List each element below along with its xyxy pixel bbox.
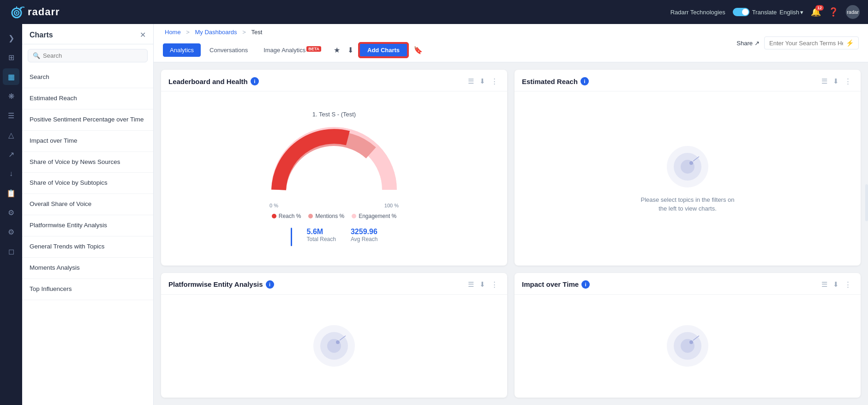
sidebar-alert[interactable]: △ (3, 127, 19, 143)
platformwise-body (161, 295, 507, 398)
platformwise-title: Platformwise Entity Analysis i (168, 280, 274, 289)
leaderboard-card: Leaderboard and Health i ☰ ⬇ ⋮ 1. Test S… (161, 70, 507, 266)
share-button[interactable]: Share ↗ (736, 40, 760, 47)
platformwise-more-icon[interactable]: ⋮ (489, 279, 500, 290)
lang-select[interactable]: English ▾ (779, 9, 803, 16)
impact-empty-icon (664, 323, 711, 369)
impact-card-actions: ☰ ⬇ ⋮ (820, 279, 853, 290)
reach-dot (272, 214, 276, 218)
leaderboard-card-header: Leaderboard and Health i ☰ ⬇ ⋮ (161, 70, 507, 91)
leaderboard-card-title: Leaderboard and Health i (168, 77, 259, 85)
list-item[interactable]: Share of Voice by News Sources (22, 152, 153, 173)
svg-point-13 (336, 340, 340, 344)
gauge-svg (269, 125, 399, 199)
leaderboard-info-icon[interactable]: i (251, 77, 259, 85)
breadcrumb: Home > My Dashboards > Test (163, 29, 425, 36)
list-item[interactable]: Search (22, 67, 153, 88)
toolbar-actions: ★ ⬇ Add Charts 🔖 (332, 43, 425, 57)
legend-mentions: Mentions % (308, 213, 344, 219)
list-item[interactable]: Platformwise Entity Analysis (22, 215, 153, 236)
search-terms-box[interactable]: ⚡ (764, 36, 859, 49)
translate-toggle[interactable]: Translate English ▾ (733, 8, 803, 16)
sidebar-document[interactable]: ☰ (3, 107, 19, 124)
logo-text: radarr (28, 6, 60, 18)
list-item[interactable]: Share of Voice by Subtopics (22, 173, 153, 194)
impact-title: Impact over Time i (522, 280, 590, 289)
help-icon[interactable]: ❓ (828, 7, 838, 17)
bookmark-button[interactable]: 🔖 (412, 45, 425, 55)
total-reach-value: 5.6M (307, 228, 336, 236)
user-avatar[interactable]: radar (846, 5, 860, 19)
impact-more-icon[interactable]: ⋮ (843, 279, 853, 290)
filter-icon[interactable]: ⚡ (846, 39, 854, 47)
breadcrumb-dashboards[interactable]: My Dashboards (195, 29, 237, 36)
tab-analytics[interactable]: Analytics (163, 43, 201, 57)
gauge-stats: 5.6M Total Reach 3259.96 Avg Reach (291, 228, 378, 246)
close-charts-panel[interactable]: ✕ (140, 30, 146, 39)
impact-empty (655, 314, 720, 378)
sidebar-box[interactable]: ◻ (3, 243, 19, 260)
charts-panel-header: Charts ✕ (22, 24, 153, 44)
impact-download-icon[interactable]: ⬇ (831, 279, 841, 290)
estimated-reach-info-icon[interactable]: i (581, 77, 589, 85)
download-button[interactable]: ⬇ (346, 45, 355, 55)
gauge-labels: 0 % 100 % (269, 203, 399, 208)
estimated-reach-menu-icon[interactable]: ☰ (820, 76, 829, 86)
leaderboard-card-actions: ☰ ⬇ ⋮ (466, 76, 500, 86)
charts-search-input[interactable] (43, 52, 143, 59)
logo: radarr (8, 5, 60, 19)
translate-switch[interactable] (733, 8, 749, 16)
platformwise-info-icon[interactable]: i (266, 280, 274, 289)
platformwise-empty-icon (311, 323, 357, 369)
notification-bell[interactable]: 🔔 12 (811, 7, 821, 17)
sidebar-home[interactable]: ⊞ (3, 49, 19, 66)
breadcrumb-home[interactable]: Home (165, 29, 181, 36)
legend-engagement: Engagement % (352, 213, 396, 219)
list-item[interactable]: Positive Sentiment Percentage over Time (22, 109, 153, 131)
list-item[interactable]: Estimated Reach (22, 88, 153, 109)
avg-reach-label: Avg Reach (351, 236, 377, 242)
avg-reach-value: 3259.96 (351, 228, 377, 236)
sidebar-partner[interactable]: ⚙ (3, 204, 19, 221)
list-item[interactable]: Overall Share of Voice (22, 194, 153, 215)
tab-image-analytics[interactable]: Image AnalyticsBETA (257, 43, 328, 57)
sidebar-report[interactable]: 📋 (3, 185, 19, 201)
leaderboard-more-icon[interactable]: ⋮ (489, 76, 500, 86)
notif-count: 12 (815, 5, 824, 11)
platformwise-download-icon[interactable]: ⬇ (478, 279, 487, 290)
list-item[interactable]: General Trends with Topics (22, 236, 153, 258)
sidebar-dashboard[interactable]: ▦ (3, 68, 19, 85)
tab-conversations[interactable]: Conversations (203, 43, 255, 57)
impact-info-icon[interactable]: i (581, 280, 590, 289)
search-terms-input[interactable] (769, 40, 843, 47)
sidebar-download[interactable]: ↓ (3, 165, 19, 182)
add-charts-button[interactable]: Add Charts (359, 43, 408, 57)
estimated-reach-more-icon[interactable]: ⋮ (843, 76, 853, 86)
platformwise-menu-icon[interactable]: ☰ (466, 279, 476, 290)
beta-badge: BETA (306, 46, 321, 52)
leaderboard-subtitle: 1. Test S - (Test) (312, 111, 356, 118)
mentions-dot (308, 214, 313, 218)
leaderboard-download-icon[interactable]: ⬇ (478, 76, 487, 86)
topnav-right: Radarr Technologies Translate English ▾ … (670, 5, 860, 19)
stat-divider (291, 228, 292, 246)
estimated-reach-empty-text: Please select topics in the filters on t… (637, 195, 738, 213)
gauge-legend: Reach % Mentions % Engagement % (272, 213, 396, 219)
empty-chart-icon (664, 144, 711, 190)
sidebar-analytics[interactable]: ↗ (3, 146, 19, 163)
list-item[interactable]: Impact over Time (22, 131, 153, 152)
estimated-reach-card-actions: ☰ ⬇ ⋮ (820, 76, 853, 86)
charts-search-box[interactable]: 🔍 (28, 49, 148, 62)
list-item[interactable]: Top Influencers (22, 279, 153, 300)
star-button[interactable]: ★ (332, 45, 342, 55)
impact-menu-icon[interactable]: ☰ (820, 279, 829, 290)
platformwise-card-actions: ☰ ⬇ ⋮ (466, 279, 500, 290)
total-reach-stat: 5.6M Total Reach (307, 228, 336, 246)
list-item[interactable]: Moments Analysis (22, 258, 153, 279)
leaderboard-menu-icon[interactable]: ☰ (466, 76, 476, 86)
estimated-reach-download-icon[interactable]: ⬇ (831, 76, 841, 86)
svg-point-8 (689, 161, 693, 165)
sidebar-collapse[interactable]: ❯ (3, 30, 19, 46)
sidebar-settings[interactable]: ⚙ (3, 224, 19, 240)
sidebar-leaf[interactable]: ❋ (3, 88, 19, 104)
